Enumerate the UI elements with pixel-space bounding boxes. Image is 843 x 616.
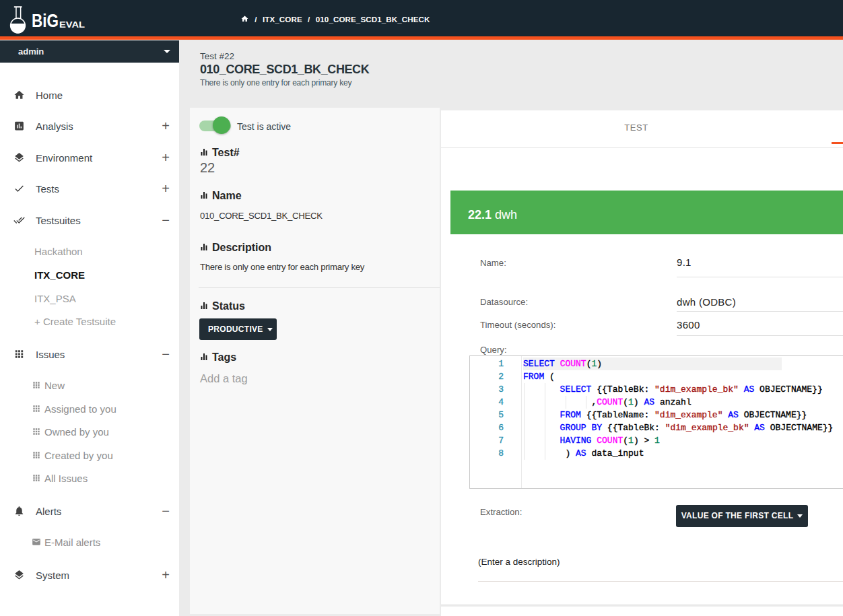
svg-text:EVAL: EVAL [59,20,85,30]
svg-text:BiG: BiG [32,10,59,31]
